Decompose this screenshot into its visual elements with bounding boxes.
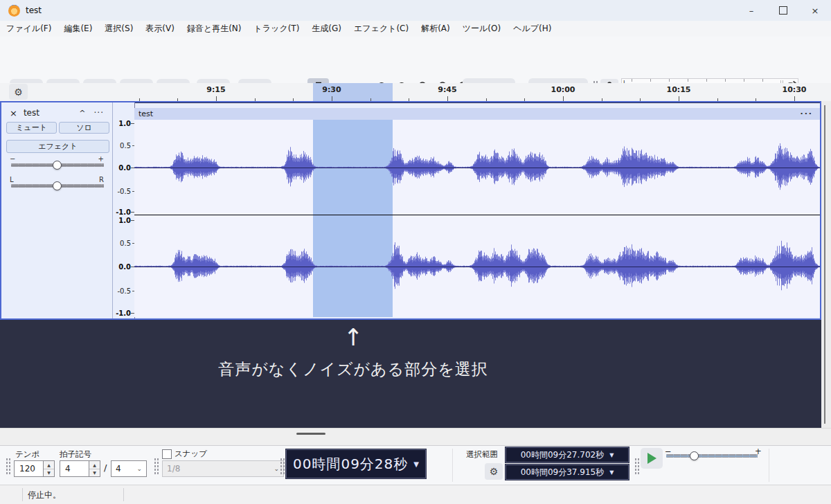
timesig-lower-select[interactable]: 4 ⌄ xyxy=(111,460,147,477)
snap-value: 1/8 xyxy=(167,464,180,474)
vertical-scale-ruler[interactable]: 1.00.50.0-0.5-1.01.00.50.0-0.5-1.0 xyxy=(113,102,135,318)
snap-select[interactable]: 1/8 ⌄ xyxy=(162,460,284,477)
audio-position-display[interactable]: 00時間09分28秒 ▼ xyxy=(286,449,426,478)
menu-item-1[interactable]: 編集(E) xyxy=(57,21,98,37)
main-toolbar: ↶ ↷ ▼ オーディオ設定 オーディオ共有 xyxy=(0,37,831,84)
maximize-button[interactable] xyxy=(767,0,799,21)
timeline-ruler[interactable]: ⚙ 9:159:309:4510:0010:1510:30 xyxy=(0,83,831,101)
checkbox-icon[interactable] xyxy=(162,449,172,459)
menu-item-2[interactable]: 選択(S) xyxy=(98,21,139,37)
gain-minus-label: − xyxy=(10,155,15,163)
annotation-panel: ↑ 音声がなくノイズがある部分を選択 xyxy=(0,320,821,428)
menu-item-7[interactable]: エフェクト(C) xyxy=(348,21,415,37)
ruler-major-tick xyxy=(794,96,795,101)
menu-item-5[interactable]: トラック(T) xyxy=(248,21,306,37)
menu-item-10[interactable]: ヘルプ(H) xyxy=(507,21,557,37)
horizontal-scrollbar[interactable] xyxy=(0,428,831,446)
snap-checkbox[interactable]: スナップ xyxy=(162,449,207,459)
ruler-time-label: 10:15 xyxy=(666,85,690,94)
pan-slider-thumb[interactable] xyxy=(53,181,62,190)
meter-ticks xyxy=(632,79,780,82)
menu-item-0[interactable]: ファイル(F) xyxy=(0,21,57,37)
tempo-spinner[interactable]: 120 ▲▼ xyxy=(14,460,55,477)
close-button[interactable]: × xyxy=(799,0,831,21)
menu-item-8[interactable]: 解析(A) xyxy=(415,21,456,37)
timesig-upper-spinner[interactable]: 4 ▲▼ xyxy=(60,460,100,477)
title-bar: test – × xyxy=(0,0,831,21)
pan-right-label: R xyxy=(99,176,104,183)
selection-end-value: 00時間09分37.915秒 xyxy=(521,467,605,478)
ruler-major-tick xyxy=(679,96,679,101)
track-menu-button[interactable]: ··· xyxy=(94,108,104,118)
menu-item-3[interactable]: 表示(V) xyxy=(139,21,181,37)
ruler-time-label: 9:15 xyxy=(206,85,225,94)
timeline-options-button[interactable]: ⚙ xyxy=(9,84,28,100)
play-at-speed-button[interactable] xyxy=(641,448,663,469)
selection-options-button[interactable]: ⚙ xyxy=(485,463,503,480)
menu-item-9[interactable]: ツール(O) xyxy=(456,21,507,37)
mute-button[interactable]: ミュート xyxy=(6,122,57,134)
timesig-label: 拍子記号 xyxy=(60,449,91,460)
status-message: 停止中。 xyxy=(28,489,61,501)
selection-start-value: 00時間09分27.702秒 xyxy=(521,449,605,461)
timesig-down-icon[interactable]: ▼ xyxy=(89,469,100,477)
speed-grip[interactable] xyxy=(634,457,639,475)
status-bar: 停止中。 xyxy=(0,485,831,504)
chevron-down-icon: ⌄ xyxy=(136,465,142,472)
scale-label: -1.0 xyxy=(116,208,131,216)
menu-item-6[interactable]: 生成(G) xyxy=(305,21,348,37)
track-control-panel[interactable]: × test ^ ··· ミュート ソロ エフェクト − + L R xyxy=(1,102,113,318)
ruler-time-label: 9:45 xyxy=(438,85,456,94)
time-grip[interactable] xyxy=(280,457,285,475)
clip-title-bar[interactable]: test ··· xyxy=(134,108,820,120)
play-at-speed-icon xyxy=(647,453,656,464)
tempo-up-icon[interactable]: ▲ xyxy=(44,461,54,469)
gain-plus-label: + xyxy=(98,155,104,163)
scale-label: -0.5 xyxy=(117,287,131,295)
selection-end-dropdown-icon[interactable]: ▼ xyxy=(609,469,614,476)
scale-label: 0.0 xyxy=(118,263,131,271)
pan-left-label: L xyxy=(10,176,14,183)
tempo-label: テンポ xyxy=(15,449,39,460)
play-speed-slider-thumb[interactable] xyxy=(690,451,699,460)
timesig-grip[interactable] xyxy=(6,457,10,475)
play-speed-slider[interactable] xyxy=(666,456,758,457)
vertical-scrollbar[interactable] xyxy=(821,101,831,428)
gain-slider-thumb[interactable] xyxy=(53,161,62,170)
scale-label: -0.5 xyxy=(117,188,131,195)
horizontal-scrollbar-thumb[interactable] xyxy=(296,433,325,435)
audacity-window: test – × ファイル(F)編集(E)選択(S)表示(V)録音と再生(N)ト… xyxy=(0,0,831,504)
track-name[interactable]: test xyxy=(24,108,39,118)
selection-start-display[interactable]: 00時間09分27.702秒 ▼ xyxy=(506,447,629,462)
selection-end-display[interactable]: 00時間09分37.915秒 ▼ xyxy=(506,465,629,480)
annotation-text: 音声がなくノイズがある部分を選択 xyxy=(218,359,488,380)
waveform-canvas[interactable] xyxy=(134,120,820,317)
tempo-value[interactable]: 120 xyxy=(14,460,43,477)
tempo-down-icon[interactable]: ▼ xyxy=(44,469,54,477)
ruler-time-label: 10:00 xyxy=(551,85,575,94)
timesig-upper-value[interactable]: 4 xyxy=(60,460,89,477)
scale-label: 0.5 xyxy=(120,142,131,150)
track-collapse-button[interactable]: ^ xyxy=(79,109,85,118)
scale-label: 0.5 xyxy=(120,240,131,247)
effects-button[interactable]: エフェクト xyxy=(6,140,109,153)
timesig-up-icon[interactable]: ▲ xyxy=(89,461,100,469)
solo-button[interactable]: ソロ xyxy=(59,122,109,134)
snap-grip[interactable] xyxy=(154,457,159,475)
selection-start-dropdown-icon[interactable]: ▼ xyxy=(609,452,614,458)
clip-menu-button[interactable]: ··· xyxy=(800,109,813,118)
audacity-logo-icon xyxy=(8,5,20,17)
ruler-major-tick xyxy=(447,96,448,101)
time-format-dropdown-icon[interactable]: ▼ xyxy=(413,460,419,468)
ruler-time-label: 10:30 xyxy=(782,85,806,94)
annotation-arrow: ↑ xyxy=(343,325,364,349)
minimize-button[interactable]: – xyxy=(735,0,767,21)
track-close-button[interactable]: × xyxy=(10,108,17,118)
ruler-major-tick xyxy=(563,96,564,101)
clip-name: test xyxy=(138,109,153,118)
ruler-time-label: 9:30 xyxy=(322,85,341,94)
track-view: × test ^ ··· ミュート ソロ エフェクト − + L R 1.00.… xyxy=(0,101,821,320)
vertical-scrollbar-thumb[interactable] xyxy=(824,105,825,424)
menu-item-4[interactable]: 録音と再生(N) xyxy=(181,21,248,37)
menu-bar: ファイル(F)編集(E)選択(S)表示(V)録音と再生(N)トラック(T)生成(… xyxy=(0,21,831,37)
